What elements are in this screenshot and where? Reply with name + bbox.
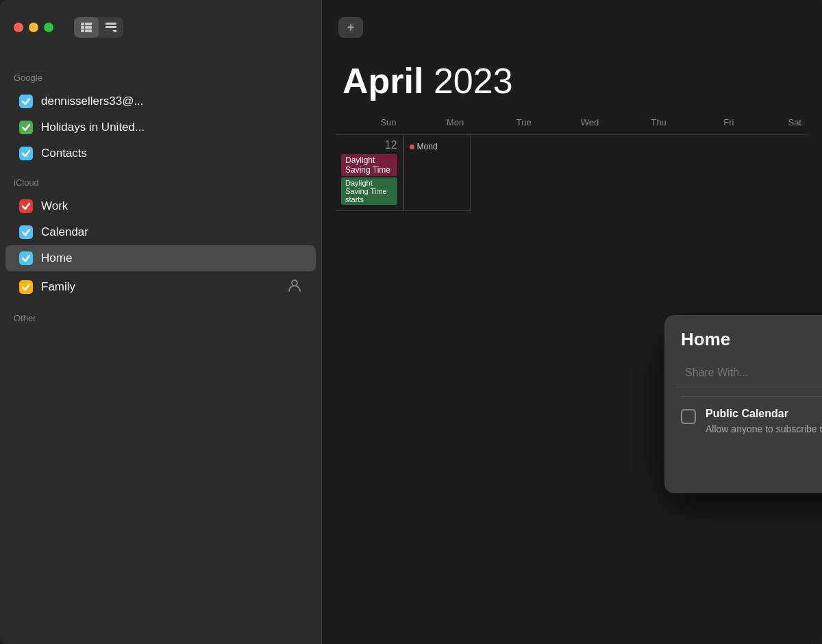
minimize-button[interactable]	[29, 23, 38, 32]
sidebar-item-family[interactable]: Family	[5, 271, 316, 302]
svg-rect-7	[85, 29, 88, 32]
month-year-title: April 2023	[342, 62, 801, 101]
family-label: Family	[41, 280, 75, 294]
popup-title: Home	[681, 329, 822, 350]
home-checkbox[interactable]	[19, 251, 33, 265]
day-header-tue: Tue	[471, 114, 538, 130]
svg-rect-1	[85, 23, 88, 25]
maximize-button[interactable]	[44, 23, 53, 32]
contacts-checkbox[interactable]	[19, 147, 33, 160]
svg-rect-9	[105, 23, 116, 25]
public-calendar-text: Public Calendar Allow anyone to subscrib…	[706, 408, 822, 436]
add-event-button[interactable]: +	[338, 17, 363, 38]
main-window: Google dennissellers33@... Holidays in U…	[0, 0, 822, 644]
public-calendar-checkbox[interactable]	[681, 409, 696, 424]
holidays-label: Holidays in United...	[41, 121, 145, 134]
main-toolbar: +	[322, 0, 822, 55]
family-checkbox[interactable]	[19, 280, 33, 294]
shared-icon	[287, 277, 302, 296]
main-area: + April 2023 Sun Mon Tue Wed Thu Fri Sat	[322, 0, 822, 644]
dennissellers-checkbox[interactable]	[19, 95, 33, 108]
calendar-label: Calendar	[41, 225, 88, 239]
public-calendar-desc: Allow anyone to subscribe to a read-only…	[706, 423, 822, 436]
public-calendar-label: Public Calendar	[706, 408, 822, 420]
svg-rect-6	[81, 29, 84, 32]
event-daylight-starts[interactable]: Daylight Saving Time starts	[341, 177, 397, 205]
share-with-input[interactable]	[675, 360, 822, 386]
titlebar	[0, 0, 321, 55]
cal-date-12: 12	[341, 139, 397, 151]
svg-rect-2	[88, 23, 92, 25]
close-button[interactable]	[14, 23, 23, 32]
svg-rect-4	[85, 26, 88, 29]
cal-cell-12[interactable]: 12 Daylight Saving Time Daylight Saving …	[336, 135, 403, 211]
svg-rect-0	[81, 23, 84, 25]
day-header-thu: Thu	[606, 114, 673, 130]
popup-body: Public Calendar Allow anyone to subscrib…	[664, 397, 822, 447]
view-toggle	[74, 17, 123, 38]
sidebar: Google dennissellers33@... Holidays in U…	[0, 0, 322, 644]
day-header-fri: Fri	[673, 114, 741, 130]
month-name: April	[342, 61, 423, 101]
event-daylight-saving[interactable]: Daylight Saving Time	[341, 154, 397, 176]
svg-rect-3	[81, 26, 84, 29]
home-label: Home	[41, 251, 72, 265]
event-dot-indicator	[410, 145, 414, 149]
home-calendar-popup: Home Public Calendar Allow anyone to sub…	[664, 315, 822, 493]
year-value: 2023	[434, 61, 513, 101]
cal-cell-mon[interactable]: Mond	[403, 135, 471, 211]
calendar-header: April 2023	[322, 55, 822, 114]
sidebar-content: Google dennissellers33@... Holidays in U…	[0, 55, 321, 644]
sidebar-item-contacts[interactable]: Contacts	[5, 140, 316, 166]
calendar-checkbox[interactable]	[19, 225, 33, 239]
traffic-lights	[14, 23, 53, 32]
sidebar-item-calendar[interactable]: Calendar	[5, 219, 316, 245]
sidebar-item-home[interactable]: Home	[5, 245, 316, 271]
public-calendar-row: Public Calendar Allow anyone to subscrib…	[681, 408, 822, 436]
other-section-label: Other	[0, 302, 321, 329]
sidebar-item-holidays[interactable]: Holidays in United...	[5, 114, 316, 140]
dennissellers-label: dennissellers33@...	[41, 95, 144, 108]
svg-rect-5	[88, 26, 92, 29]
svg-rect-10	[105, 26, 116, 28]
inbox-view-button[interactable]	[99, 17, 123, 38]
day-header-sat: Sat	[740, 114, 808, 130]
contacts-label: Contacts	[41, 147, 87, 160]
grid-view-button[interactable]	[74, 17, 99, 38]
calendar-body: 12 Daylight Saving Time Daylight Saving …	[336, 135, 808, 211]
day-headers: Sun Mon Tue Wed Thu Fri Sat	[336, 114, 808, 135]
icloud-section-label: iCloud	[0, 166, 321, 193]
work-label: Work	[41, 199, 68, 213]
event-dot-mon: Mond	[410, 142, 465, 151]
event-mon-label: Mond	[417, 142, 438, 151]
day-header-mon: Mon	[403, 114, 471, 130]
popup-footer: Done	[664, 447, 822, 493]
svg-point-11	[292, 280, 297, 286]
svg-rect-8	[88, 29, 92, 32]
sidebar-item-dennissellers[interactable]: dennissellers33@...	[5, 88, 316, 114]
day-header-wed: Wed	[538, 114, 606, 130]
sidebar-item-work[interactable]: Work	[5, 193, 316, 219]
holidays-checkbox[interactable]	[19, 121, 33, 134]
popup-header: Home	[664, 315, 822, 360]
work-checkbox[interactable]	[19, 199, 33, 213]
google-section-label: Google	[0, 62, 321, 88]
day-header-sun: Sun	[336, 114, 403, 130]
